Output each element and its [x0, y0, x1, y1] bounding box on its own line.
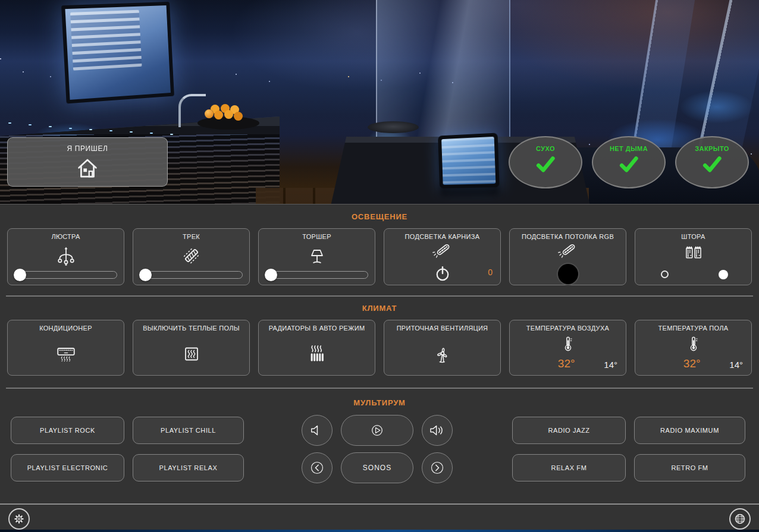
status-indicators: СУХО НЕТ ДЫМА ЗАКРЫТО — [509, 136, 752, 188]
temperature-row: 32° 14° — [510, 356, 626, 375]
air-conditioner-icon — [55, 332, 77, 375]
heated-floor-icon — [181, 332, 202, 375]
i-arrived-label: Я ПРИШЕЛ — [67, 144, 108, 153]
status-closed: ЗАКРЫТО — [675, 136, 749, 188]
climate-tiles: КОНДИЦИОНЕР ВЫКЛЮЧИТЬ ТЕПЛЫЕ ПОЛЫ — [7, 320, 752, 376]
check-icon — [532, 152, 559, 177]
playlist-buttons: PLAYLIST ROCK PLAYLIST CHILL PLAYLIST EL… — [11, 417, 244, 481]
tile-label: ПОДСВЕТКА ПОТОЛКА RGB — [522, 233, 614, 240]
bottom-accent-strip — [0, 530, 759, 532]
status-label: НЕТ ДЫМА — [610, 145, 648, 152]
climate-tile-air-conditioner[interactable]: КОНДИЦИОНЕР — [7, 320, 124, 376]
volume-up-button[interactable] — [422, 415, 453, 446]
climate-tile-ventilation[interactable]: ПРИТОЧНАЯ ВЕНТИЛЯЦИЯ — [384, 320, 501, 376]
settings-button[interactable] — [8, 508, 30, 530]
tile-label: ВЫКЛЮЧИТЬ ТЕПЛЫЕ ПОЛЫ — [143, 325, 240, 332]
play-button[interactable] — [341, 415, 413, 446]
volume-up-icon — [428, 421, 446, 439]
radio-buttons: RADIO JAZZ RADIO MAXIMUM RELAX FM RETRO … — [512, 417, 745, 481]
lighting-tile-track[interactable]: ТРЕК — [133, 228, 250, 285]
playlist-electronic-button[interactable]: PLAYLIST ELECTRONIC — [11, 454, 124, 481]
power-icon[interactable] — [431, 262, 454, 284]
i-arrived-button[interactable]: Я ПРИШЕЛ — [7, 137, 168, 187]
track-light-icon — [181, 240, 202, 271]
climate-tile-heated-floor-off[interactable]: ВЫКЛЮЧИТЬ ТЕПЛЫЕ ПОЛЫ — [133, 320, 250, 376]
thermometer-icon — [684, 332, 703, 356]
status-label: ЗАКРЫТО — [695, 145, 729, 152]
climate-tile-floor-temperature[interactable]: ТЕМПЕРАТУРА ПОЛА 32° 14° — [635, 320, 752, 376]
check-icon — [699, 152, 725, 177]
tile-label: КОНДИЦИОНЕР — [39, 325, 92, 332]
status-label: СУХО — [536, 145, 555, 152]
control-panel: ОСВЕЩЕНИЕ ЛЮСТРА — [0, 204, 759, 532]
led-strip-icon — [432, 240, 453, 262]
radiator-icon — [306, 332, 328, 375]
current-temperature: 14° — [729, 360, 743, 370]
lighting-tile-floor-lamp[interactable]: ТОРШЕР — [258, 228, 375, 285]
scene-fruit-plate — [197, 117, 259, 130]
climate-tile-radiators-auto[interactable]: РАДИАТОРЫ В АВТО РЕЖИМ — [258, 320, 375, 376]
curtain-close-radio[interactable] — [719, 270, 728, 279]
curtain-open-radio[interactable] — [661, 270, 669, 278]
temperature-row: 32° 14° — [635, 356, 751, 375]
next-button[interactable] — [422, 452, 453, 483]
player-controls: SONOS — [302, 415, 453, 483]
home-icon — [74, 155, 101, 182]
climate-tile-air-temperature[interactable]: ТЕМПЕРАТУРА ВОЗДУХА 32° 14° — [509, 320, 626, 376]
lighting-tiles: ЛЮСТРА ТРЕК — [7, 228, 752, 285]
wind-turbine-icon — [431, 332, 454, 375]
scene-pan — [368, 121, 419, 133]
scene-tablet — [438, 133, 500, 188]
lighting-tile-curtain[interactable]: ШТОРА — [635, 228, 752, 285]
tile-label: ТОРШЕР — [302, 233, 331, 240]
dimmer-slider[interactable] — [265, 271, 368, 279]
slider-thumb[interactable] — [139, 269, 152, 281]
dimmer-slider[interactable] — [14, 271, 117, 279]
section-divider — [6, 388, 753, 389]
relax-fm-button[interactable]: RELAX FM — [512, 454, 626, 481]
retro-fm-button[interactable]: RETRO FM — [634, 454, 745, 481]
language-button[interactable] — [729, 508, 751, 530]
radio-jazz-button[interactable]: RADIO JAZZ — [512, 417, 626, 444]
sonos-button[interactable]: SONOS — [341, 452, 413, 483]
slider-thumb[interactable] — [14, 269, 26, 281]
playlist-rock-button[interactable]: PLAYLIST ROCK — [11, 417, 124, 444]
tile-label: РАДИАТОРЫ В АВТО РЕЖИМ — [269, 325, 365, 332]
rgb-color-swatch[interactable] — [557, 263, 579, 285]
set-temperature: 32° — [558, 357, 575, 370]
lighting-tile-ceiling-rgb[interactable]: ПОДСВЕТКА ПОТОЛКА RGB — [509, 228, 626, 285]
tile-label: ПОДСВЕТКА КАРНИЗА — [405, 233, 480, 240]
section-divider — [6, 295, 753, 297]
chandelier-icon — [55, 240, 77, 271]
section-title-lighting: ОСВЕЩЕНИЕ — [0, 204, 759, 223]
set-temperature: 32° — [683, 357, 701, 370]
scene-counter-leds — [8, 122, 11, 124]
tile-bottom — [510, 262, 626, 285]
cornice-value: 0 — [488, 267, 493, 277]
thermometer-icon — [559, 332, 578, 356]
multiroom-controls: PLAYLIST ROCK PLAYLIST CHILL PLAYLIST EL… — [0, 415, 759, 485]
playlist-chill-button[interactable]: PLAYLIST CHILL — [133, 417, 244, 444]
radio-maximum-button[interactable]: RADIO MAXIMUM — [634, 417, 745, 444]
lighting-tile-cornice[interactable]: ПОДСВЕТКА КАРНИЗА — [384, 228, 501, 285]
previous-button[interactable] — [302, 452, 333, 483]
volume-down-button[interactable] — [302, 415, 333, 446]
lighting-tile-chandelier[interactable]: ЛЮСТРА — [7, 228, 124, 285]
slider-thumb[interactable] — [265, 269, 277, 281]
status-no-smoke: НЕТ ДЫМА — [592, 136, 666, 188]
previous-icon — [306, 457, 328, 479]
curtain-icon — [682, 240, 705, 263]
smart-home-panel: Я ПРИШЕЛ СУХО НЕТ ДЫМА ЗАКРЫТО — [0, 0, 759, 532]
status-dry: СУХО — [509, 136, 582, 188]
next-icon — [426, 457, 448, 479]
dimmer-slider[interactable] — [140, 271, 243, 279]
playlist-relax-button[interactable]: PLAYLIST RELAX — [133, 454, 244, 481]
floor-lamp-icon — [306, 240, 328, 271]
play-icon — [366, 420, 388, 441]
tile-label: ТЕМПЕРАТУРА ВОЗДУХА — [526, 325, 609, 332]
tile-label: ТЕМПЕРАТУРА ПОЛА — [658, 325, 729, 332]
section-title-climate: КЛИМАТ — [0, 297, 759, 314]
tile-bottom: 0 — [384, 262, 500, 285]
bottom-bar — [0, 503, 759, 532]
section-title-multiroom: МУЛЬТИРУМ — [0, 389, 759, 409]
